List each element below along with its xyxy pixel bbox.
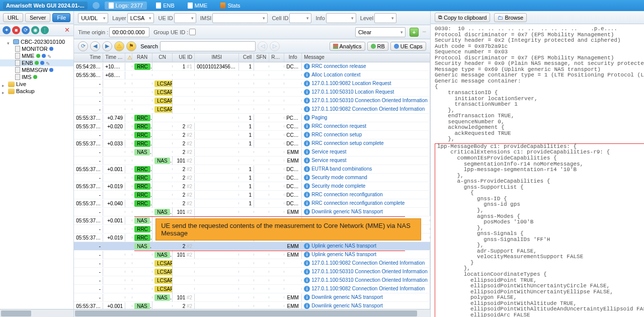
- col-warn-hdr[interactable]: [125, 53, 132, 62]
- rb-button[interactable]: RB: [367, 42, 388, 51]
- log-row[interactable]: -NAS◂2 #2EMMiService request: [74, 148, 430, 156]
- tab-enb[interactable]: ENB: [152, 2, 179, 10]
- info-icon[interactable]: i: [304, 149, 310, 155]
- browse-button[interactable]: 🗀 Browse: [494, 13, 527, 22]
- back-icon[interactable]: [93, 2, 100, 9]
- log-row[interactable]: -LCSAP◂i127.0.1.100:9082 Location Reques…: [74, 80, 430, 88]
- log-row[interactable]: -NAS▸101 #2EMMiDownlink generic NAS tran…: [74, 293, 430, 302]
- log-row[interactable]: -NAS◂101 #2EMMiService request: [74, 156, 430, 165]
- search-next-icon[interactable]: ▷: [270, 41, 280, 51]
- twisty-icon[interactable]: [2, 82, 7, 87]
- refresh-icon[interactable]: ⟳: [22, 26, 30, 34]
- info-icon[interactable]: i: [304, 106, 310, 112]
- ueid-filter[interactable]: [174, 13, 196, 23]
- log-row[interactable]: -NAS▸101 #2EMMiDownlink generic NAS tran…: [74, 208, 430, 216]
- level-filter[interactable]: [374, 13, 396, 23]
- info-icon[interactable]: i: [304, 157, 310, 164]
- analytics-button[interactable]: Analytics: [330, 42, 365, 51]
- col-imsi-hdr[interactable]: IMSI: [195, 53, 239, 62]
- col-time-hdr[interactable]: Time: [74, 53, 103, 62]
- groupue-checkbox[interactable]: [189, 29, 196, 35]
- info-filter[interactable]: [326, 13, 356, 23]
- log-row[interactable]: -LCSAP▸i127.0.1.100:9082 Connection Orie…: [74, 105, 430, 114]
- log-row[interactable]: 05:55:37.475+0.019RRC◂2 #21DCCHiSecurity…: [74, 182, 430, 191]
- tree-node-enb[interactable]: ENB: [0, 59, 73, 66]
- copy-button[interactable]: ⧉ Copy to clipboard: [435, 13, 491, 22]
- col-ran-hdr[interactable]: RAN: [132, 53, 152, 62]
- log-row[interactable]: -LCSAP▸i127.0.1.100:9082 Connection Orie…: [74, 259, 430, 268]
- tree-node-mme[interactable]: MME: [0, 52, 73, 59]
- col-cn-hdr[interactable]: CN: [152, 53, 173, 62]
- url-button[interactable]: URL: [3, 13, 23, 22]
- message-detail[interactable]: 0030: 10 .. .. .. .. .. .. .. .. .. .. .…: [431, 24, 644, 317]
- log-row[interactable]: 05:54:28.177+10.001RRC▸1 #10010101234567…: [74, 62, 430, 71]
- tab-mme[interactable]: MME: [184, 2, 212, 10]
- tree-node-backup[interactable]: Backup: [0, 88, 73, 95]
- info-icon[interactable]: i: [304, 98, 310, 104]
- tree-node-monitor[interactable]: MONITOR: [0, 45, 73, 52]
- tree-node-ims[interactable]: IMS: [0, 73, 73, 81]
- info-icon[interactable]: i: [304, 209, 310, 215]
- col-rnti-hdr[interactable]: RNTI: [269, 53, 284, 62]
- info-icon[interactable]: i: [304, 260, 310, 266]
- next-nav-icon[interactable]: ▶: [102, 41, 112, 51]
- info-icon[interactable]: i: [304, 132, 310, 138]
- log-row[interactable]: 05:55:37.456+0.001RRC◂2 #21DCCHiEUTRA ba…: [74, 165, 430, 174]
- log-row[interactable]: 05:55:37.515+0.040RRC◂2 #21DCCHiRRC conn…: [74, 199, 430, 208]
- log-row[interactable]: 05:55:37.402+0.749RRC▸1PCCHiPaging: [74, 114, 430, 122]
- net-icon[interactable]: ◉: [31, 26, 39, 34]
- info-icon[interactable]: i: [304, 269, 310, 275]
- file-button[interactable]: File: [52, 13, 70, 22]
- clear-button[interactable]: Clear: [355, 27, 406, 37]
- log-row[interactable]: -LCSAP▸i127.0.1.100:50310 Location Reque…: [74, 88, 430, 97]
- twisty-icon[interactable]: [7, 40, 12, 44]
- log-row[interactable]: 05:55:36.653+68.476iAlloc Location conte…: [74, 71, 430, 80]
- pencil-icon[interactable]: [46, 60, 51, 65]
- twisty-icon[interactable]: [2, 89, 7, 94]
- log-body[interactable]: UE send the requested contents of the me…: [74, 62, 430, 309]
- col-cell-hdr[interactable]: Cell: [239, 53, 254, 62]
- uecaps-button[interactable]: UE Caps: [390, 42, 426, 51]
- layer-filter[interactable]: LCSA: [127, 13, 154, 23]
- info-icon[interactable]: i: [304, 294, 310, 300]
- wand-icon[interactable]: ✦: [3, 26, 11, 34]
- h-scrollbar[interactable]: [0, 309, 73, 317]
- stop-icon[interactable]: ■: [12, 26, 20, 34]
- tab-stats[interactable]: Stats: [216, 2, 244, 10]
- info-icon[interactable]: i: [304, 123, 310, 129]
- col-msg-hdr[interactable]: Message: [302, 53, 430, 62]
- info-icon[interactable]: i: [304, 63, 310, 69]
- search-input[interactable]: [160, 41, 256, 51]
- info-icon[interactable]: i: [304, 252, 310, 258]
- info-icon[interactable]: i: [304, 89, 310, 95]
- search-prev-icon[interactable]: ◁: [258, 41, 268, 51]
- tree-node-cbc-2023010100[interactable]: CBC-2023010100: [0, 38, 73, 45]
- info-icon[interactable]: i: [304, 192, 310, 198]
- info-icon[interactable]: i: [304, 183, 310, 189]
- info-icon[interactable]: i: [304, 140, 310, 146]
- info-icon[interactable]: i: [304, 72, 310, 78]
- log-row[interactable]: -LCSAP◂i127.0.1.100:50310 Connection Ori…: [74, 276, 430, 285]
- add-filter-button[interactable]: +: [410, 28, 419, 37]
- log-h-scrollbar[interactable]: [74, 309, 430, 317]
- col-sfn-hdr[interactable]: SFN: [254, 53, 269, 62]
- log-row[interactable]: -RRC▸2 #21DCCHiRRC connection reconfigur…: [74, 191, 430, 199]
- info-icon[interactable]: i: [304, 166, 310, 172]
- uudl-filter[interactable]: UU/DL: [78, 13, 108, 23]
- col-diff-hdr[interactable]: Time diff: [103, 53, 125, 62]
- info-icon[interactable]: i: [304, 286, 310, 292]
- flag-nav-icon[interactable]: ⚑: [126, 41, 136, 51]
- server-button[interactable]: Server: [25, 13, 50, 22]
- tree-node-mbmsgw[interactable]: MBMSGW: [0, 66, 73, 73]
- info-icon[interactable]: i: [304, 277, 310, 283]
- log-row[interactable]: -LCSAP◂i127.0.1.100:50310 Connection Ori…: [74, 268, 430, 276]
- log-row[interactable]: 05:55:37.536+0.001NAS▸2 #2EMMiDownlink g…: [74, 302, 430, 309]
- info-icon[interactable]: i: [304, 303, 310, 309]
- col-info-hdr[interactable]: Info: [284, 53, 302, 62]
- info-icon[interactable]: i: [304, 115, 310, 121]
- timeorigin-input[interactable]: [109, 27, 149, 37]
- info-icon[interactable]: i: [304, 175, 310, 181]
- imsi-filter[interactable]: [212, 13, 268, 23]
- info-icon[interactable]: i: [304, 81, 310, 87]
- log-row[interactable]: 05:55:37.422+0.020RRC◂2 #21CCCHiRRC conn…: [74, 122, 430, 131]
